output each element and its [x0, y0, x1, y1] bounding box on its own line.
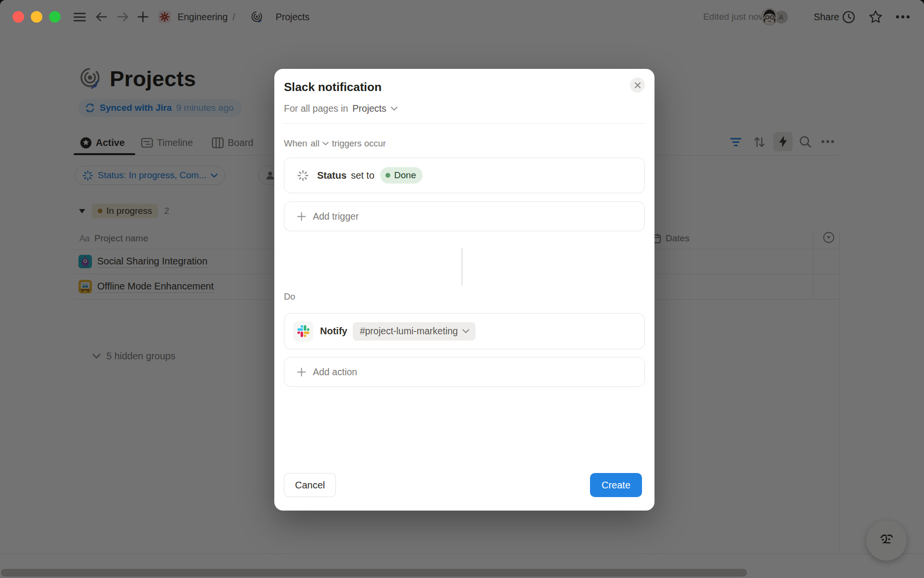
traffic-lights [13, 11, 61, 23]
when-all-dropdown[interactable]: all [310, 138, 329, 149]
status-value-pill[interactable]: Done [380, 167, 423, 184]
plus-icon [297, 212, 306, 221]
flow-connector [462, 248, 462, 286]
slack-icon [293, 321, 313, 342]
chevron-down-icon [391, 106, 398, 111]
chevron-down-icon [322, 142, 329, 145]
cancel-button[interactable]: Cancel [284, 473, 336, 497]
slack-notification-modal: Slack notification For all pages in Proj… [274, 69, 654, 511]
zoom-window-button[interactable] [49, 11, 61, 23]
create-button[interactable]: Create [590, 473, 642, 497]
close-window-button[interactable] [13, 11, 24, 23]
plus-icon [297, 368, 306, 377]
add-trigger-button[interactable]: Add trigger [284, 201, 645, 231]
close-button[interactable] [630, 78, 645, 92]
trigger-card[interactable]: Status set to Done [284, 158, 645, 193]
modal-scope[interactable]: For all pages in Projects [284, 102, 398, 115]
add-action-button[interactable]: Add action [284, 357, 645, 387]
do-label: Do [284, 291, 295, 302]
chevron-down-icon [462, 329, 469, 333]
done-status-dot [385, 173, 390, 178]
close-icon [634, 82, 641, 89]
modal-title: Slack notification [284, 80, 382, 94]
when-condition: When all triggers occur [284, 137, 386, 150]
modal-divider [284, 123, 645, 124]
status-spinner-icon [297, 170, 309, 182]
minimize-window-button[interactable] [31, 11, 42, 23]
channel-select[interactable]: #project-lumi-marketing [353, 322, 476, 341]
action-card[interactable]: Notify #project-lumi-marketing [284, 313, 645, 349]
